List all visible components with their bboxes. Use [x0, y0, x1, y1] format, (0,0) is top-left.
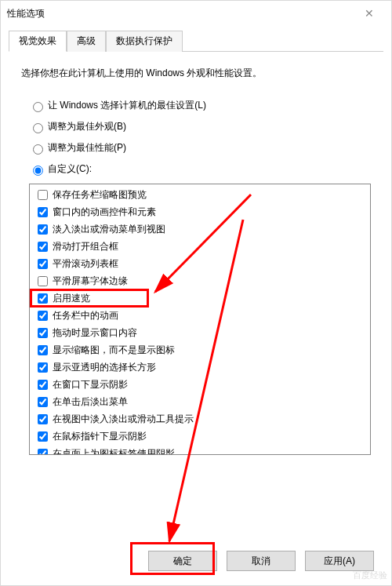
radio-custom[interactable]: 自定义(C): — [29, 162, 371, 176]
checkbox-input[interactable] — [38, 328, 48, 338]
check-item[interactable]: 在单击后淡出菜单 — [34, 395, 365, 409]
checkbox-input[interactable] — [38, 311, 48, 321]
button-row: 确定 取消 应用(A) — [148, 551, 374, 571]
checkbox-input[interactable] — [38, 293, 48, 304]
check-item-label: 在窗口下显示阴影 — [53, 378, 128, 391]
check-item[interactable]: 显示缩略图，而不是显示图标 — [34, 343, 365, 358]
checkbox-input[interactable] — [38, 449, 48, 455]
listbox-inner: 保存任务栏缩略图预览窗口内的动画控件和元素淡入淡出或滑动菜单到视图滑动打开组合框… — [30, 184, 370, 455]
check-item-label: 在视图中淡入淡出或滑动工具提示 — [53, 413, 194, 426]
check-item-label: 淡入淡出或滑动菜单到视图 — [53, 223, 165, 236]
check-item[interactable]: 显示亚透明的选择长方形 — [34, 360, 365, 375]
checkbox-input[interactable] — [38, 380, 48, 390]
ok-button[interactable]: 确定 — [148, 551, 217, 571]
close-icon[interactable]: ✕ — [354, 2, 385, 24]
radio-best-performance[interactable]: 调整为最佳性能(P) — [29, 141, 371, 155]
checkbox-input[interactable] — [38, 397, 48, 407]
check-item[interactable]: 启用速览 — [34, 291, 365, 306]
checkbox-input[interactable] — [38, 431, 48, 442]
check-item[interactable]: 淡入淡出或滑动菜单到视图 — [34, 222, 365, 237]
check-item-label: 显示亚透明的选择长方形 — [53, 361, 156, 374]
checkbox-input[interactable] — [38, 207, 48, 217]
apply-button[interactable]: 应用(A) — [305, 551, 374, 571]
check-item[interactable]: 在鼠标指针下显示阴影 — [34, 429, 365, 444]
check-item-label: 在鼠标指针下显示阴影 — [53, 430, 147, 443]
performance-options-window: 性能选项 ✕ 视觉效果 高级 数据执行保护 选择你想在此计算机上使用的 Wind… — [0, 0, 392, 586]
window-title: 性能选项 — [7, 7, 45, 20]
cancel-button[interactable]: 取消 — [227, 551, 296, 571]
watermark: 百度经验 — [353, 570, 387, 581]
tab-strip: 视觉效果 高级 数据执行保护 — [9, 31, 383, 52]
visual-effects-listbox[interactable]: 保存任务栏缩略图预览窗口内的动画控件和元素淡入淡出或滑动菜单到视图滑动打开组合框… — [29, 184, 371, 455]
check-item-label: 在桌面上为图标标签使用阴影 — [53, 447, 175, 455]
radio-best-appearance[interactable]: 调整为最佳外观(B) — [29, 120, 371, 133]
radio-input[interactable] — [33, 102, 43, 112]
tab-content: 选择你想在此计算机上使用的 Windows 外观和性能设置。 让 Windows… — [1, 52, 391, 463]
check-item[interactable]: 在桌面上为图标标签使用阴影 — [34, 446, 365, 455]
radio-input[interactable] — [33, 166, 43, 176]
check-item-label: 显示缩略图，而不是显示图标 — [53, 344, 175, 357]
radio-group: 让 Windows 选择计算机的最佳设置(L) 调整为最佳外观(B) 调整为最佳… — [29, 99, 371, 455]
check-item-label: 任务栏中的动画 — [53, 309, 118, 322]
check-item-label: 平滑屏幕字体边缘 — [53, 275, 128, 288]
check-item-label: 启用速览 — [53, 292, 90, 305]
checkbox-input[interactable] — [38, 345, 48, 355]
check-item-label: 拖动时显示窗口内容 — [53, 326, 137, 340]
radio-label: 让 Windows 选择计算机的最佳设置(L) — [48, 99, 206, 112]
check-item[interactable]: 拖动时显示窗口内容 — [34, 326, 365, 340]
check-item[interactable]: 任务栏中的动画 — [34, 308, 365, 323]
tab-dep[interactable]: 数据执行保护 — [106, 31, 183, 52]
titlebar: 性能选项 ✕ — [1, 1, 391, 26]
tab-advanced[interactable]: 高级 — [67, 31, 106, 52]
check-item-label: 保存任务栏缩略图预览 — [53, 188, 147, 202]
checkbox-input[interactable] — [38, 224, 48, 235]
check-item[interactable]: 在视图中淡入淡出或滑动工具提示 — [34, 412, 365, 427]
checkbox-input[interactable] — [38, 414, 48, 424]
radio-label: 自定义(C): — [48, 162, 92, 176]
radio-input[interactable] — [33, 123, 43, 133]
check-item[interactable]: 保存任务栏缩略图预览 — [34, 187, 365, 202]
checkbox-input[interactable] — [38, 259, 48, 269]
check-item-label: 在单击后淡出菜单 — [53, 395, 128, 409]
check-item[interactable]: 平滑屏幕字体边缘 — [34, 274, 365, 289]
checkbox-input[interactable] — [38, 276, 48, 286]
check-item-label: 滑动打开组合框 — [53, 240, 118, 253]
check-item[interactable]: 在窗口下显示阴影 — [34, 377, 365, 392]
check-item-label: 平滑滚动列表框 — [53, 257, 118, 271]
check-item-label: 窗口内的动画控件和元素 — [53, 206, 156, 219]
checkbox-input[interactable] — [38, 362, 48, 373]
check-item[interactable]: 窗口内的动画控件和元素 — [34, 205, 365, 220]
check-item[interactable]: 滑动打开组合框 — [34, 239, 365, 254]
radio-input[interactable] — [33, 144, 43, 155]
instruction-text: 选择你想在此计算机上使用的 Windows 外观和性能设置。 — [21, 66, 371, 80]
checkbox-input[interactable] — [38, 242, 48, 252]
radio-let-windows-choose[interactable]: 让 Windows 选择计算机的最佳设置(L) — [29, 99, 371, 112]
check-item[interactable]: 平滑滚动列表框 — [34, 257, 365, 271]
tab-visual-effects[interactable]: 视觉效果 — [9, 31, 67, 52]
checkbox-input[interactable] — [38, 190, 48, 200]
radio-label: 调整为最佳外观(B) — [48, 120, 126, 133]
radio-label: 调整为最佳性能(P) — [48, 141, 126, 155]
